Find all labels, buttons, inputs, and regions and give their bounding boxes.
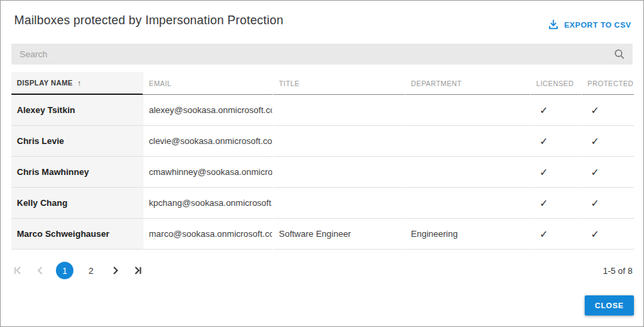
cell-title (273, 188, 406, 219)
chevron-right-icon (109, 264, 121, 277)
column-header-display-name[interactable]: DISPLAY NAME↑ (11, 72, 143, 95)
table-row[interactable]: Chris Levie clevie@sookasa.onmicrosoft.c… (11, 126, 634, 157)
table-row[interactable]: Chris Mawhinney cmawhinney@sookasa.onmic… (11, 157, 634, 188)
cell-email: alexey@sookasa.onmicrosoft.com (143, 95, 273, 126)
cell-title: Software Engineer (273, 219, 406, 250)
export-to-csv-button[interactable]: EXPORT TO CSV (548, 19, 631, 30)
chevron-left-icon (34, 264, 46, 277)
column-header-licensed[interactable]: LICENSED (531, 72, 582, 95)
column-header-display-name-label: DISPLAY NAME (17, 79, 73, 87)
protected-check-icon: ✓ (582, 157, 634, 188)
cell-department: Engineering (406, 219, 531, 250)
licensed-check-icon: ✓ (531, 219, 582, 250)
cell-email: kpchang@sookasa.onmicrosoft.com (143, 188, 273, 219)
dialog-header: Mailboxes protected by Impersonation Pro… (1, 1, 643, 30)
table-row[interactable]: Kelly Chang kpchang@sookasa.onmicrosoft.… (11, 188, 634, 219)
column-header-email[interactable]: EMAIL (143, 72, 273, 95)
mailboxes-table: DISPLAY NAME↑ EMAIL TITLE DEPARTMENT LIC… (11, 72, 634, 250)
cell-title (273, 95, 406, 126)
table-header-row: DISPLAY NAME↑ EMAIL TITLE DEPARTMENT LIC… (11, 72, 634, 95)
mailboxes-dialog: Mailboxes protected by Impersonation Pro… (0, 0, 644, 327)
protected-check-icon: ✓ (582, 126, 634, 157)
column-header-title[interactable]: TITLE (273, 72, 406, 95)
sort-ascending-icon: ↑ (77, 79, 82, 87)
search-input[interactable] (11, 44, 614, 65)
export-to-csv-label: EXPORT TO CSV (564, 21, 631, 29)
next-page-button[interactable] (108, 264, 122, 277)
licensed-check-icon: ✓ (531, 157, 582, 188)
cell-email: marco@sookasa.onmicrosoft.com (143, 219, 273, 250)
licensed-check-icon: ✓ (531, 95, 582, 126)
pagination: 1 2 1-5 of 8 (11, 260, 633, 281)
protected-check-icon: ✓ (582, 188, 634, 219)
cell-display-name: Kelly Chang (11, 188, 143, 219)
close-button[interactable]: CLOSE (585, 295, 634, 316)
cell-department (406, 188, 531, 219)
cell-title (273, 157, 406, 188)
cell-department (406, 95, 531, 126)
protected-check-icon: ✓ (582, 95, 634, 126)
page-range-label: 1-5 of 8 (603, 266, 633, 276)
cell-display-name: Marco Schweighauser (11, 219, 143, 250)
pagination-controls: 1 2 (11, 262, 144, 279)
page-button-2[interactable]: 2 (82, 262, 100, 279)
previous-page-button (34, 264, 47, 277)
licensed-check-icon: ✓ (531, 188, 582, 219)
table-row[interactable]: Marco Schweighauser marco@sookasa.onmicr… (11, 219, 634, 250)
first-page-button (11, 264, 25, 277)
download-icon (548, 19, 559, 30)
last-page-icon (131, 264, 143, 277)
last-page-button[interactable] (131, 264, 144, 277)
cell-department (406, 157, 531, 188)
cell-display-name: Alexey Tsitkin (11, 95, 143, 126)
column-header-department[interactable]: DEPARTMENT (406, 72, 531, 95)
table-row[interactable]: Alexey Tsitkin alexey@sookasa.onmicrosof… (11, 95, 634, 126)
cell-department (406, 126, 531, 157)
page-title: Mailboxes protected by Impersonation Pro… (14, 13, 284, 28)
cell-display-name: Chris Mawhinney (11, 157, 143, 188)
cell-email: cmawhinney@sookasa.onmicrosoft.… (143, 157, 273, 188)
column-header-protected[interactable]: PROTECTED (582, 72, 634, 95)
cell-email: clevie@sookasa.onmicrosoft.com (143, 126, 273, 157)
cell-display-name: Chris Levie (11, 126, 143, 157)
search-icon[interactable] (614, 48, 625, 60)
first-page-icon (12, 264, 24, 277)
protected-check-icon: ✓ (582, 219, 634, 250)
page-button-1[interactable]: 1 (56, 262, 73, 279)
licensed-check-icon: ✓ (531, 126, 582, 157)
search-bar (11, 44, 633, 65)
cell-title (273, 126, 406, 157)
